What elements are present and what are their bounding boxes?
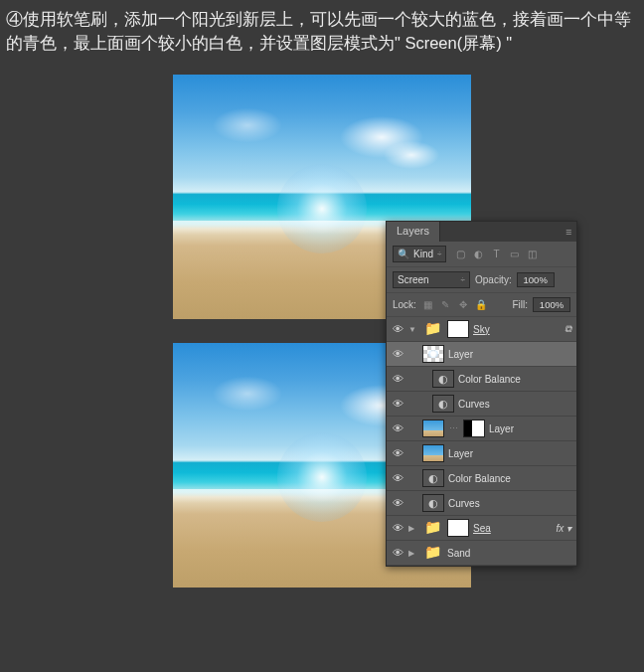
opacity-input[interactable]: 100% <box>517 272 555 287</box>
lock-row: Lock: ▦ ✎ ✥ 🔒 Fill: 100% <box>387 293 576 317</box>
visibility-eye-icon[interactable]: 👁 <box>391 422 404 434</box>
filter-adjust-icon[interactable]: ◐ <box>472 248 485 260</box>
fill-input[interactable]: 100% <box>533 297 570 312</box>
chevron-down-icon: ÷ <box>437 250 441 258</box>
layer-row[interactable]: 👁▼📁Sky⧉ <box>387 317 576 342</box>
search-icon: 🔍 <box>398 249 409 259</box>
filter-pixel-icon[interactable]: ▢ <box>454 248 467 260</box>
link-icon[interactable]: ⧉ <box>564 323 574 335</box>
layer-list: 👁▼📁Sky⧉👁Layer👁◐Color Balance👁◐Curves👁⋯La… <box>387 317 576 566</box>
layer-name-label[interactable]: Curves <box>448 498 480 509</box>
filter-type-icons: ▢ ◐ T ▭ ◫ <box>454 248 539 260</box>
filter-kind-label: Kind <box>413 249 433 259</box>
lock-position-icon[interactable]: ✥ <box>457 298 470 311</box>
disclosure-arrow-icon[interactable]: ▼ <box>408 325 417 334</box>
folder-icon: 📁 <box>421 519 443 537</box>
lock-icons: ▦ ✎ ✥ 🔒 <box>421 298 488 311</box>
mask-link-icon[interactable]: ⋯ <box>448 423 459 433</box>
layer-row[interactable]: 👁◐Color Balance <box>387 466 576 491</box>
layer-name-label[interactable]: Color Balance <box>448 473 511 484</box>
layer-row[interactable]: 👁Layer <box>387 441 576 466</box>
visibility-eye-icon[interactable]: 👁 <box>391 497 404 509</box>
fill-label: Fill: <box>512 299 528 310</box>
layers-panel: Layers ≡ 🔍 Kind ÷ ▢ ◐ T ▭ ◫ Screen ÷ Opa… <box>386 221 577 567</box>
disclosure-arrow-icon[interactable]: ▶ <box>408 524 417 533</box>
layer-name-label[interactable]: Layer <box>448 448 473 459</box>
layer-row[interactable]: 👁◐Curves <box>387 392 576 417</box>
layer-row[interactable]: 👁Layer <box>387 342 576 367</box>
chevron-down-icon: ÷ <box>461 275 465 284</box>
layer-thumbnail <box>422 444 444 462</box>
visibility-eye-icon[interactable]: 👁 <box>391 547 404 559</box>
visibility-eye-icon[interactable]: 👁 <box>391 323 404 335</box>
instruction-text: ④使用软笔刷，添加一个阳光到新层上，可以先画一个较大的蓝色，接着画一个中等的青色… <box>0 0 644 60</box>
layer-name-label[interactable]: Sky <box>473 324 490 335</box>
visibility-eye-icon[interactable]: 👁 <box>391 398 404 410</box>
adjustment-layer-icon: ◐ <box>432 370 454 388</box>
filter-type-icon[interactable]: T <box>490 248 503 260</box>
lock-transparency-icon[interactable]: ▦ <box>421 298 434 311</box>
layer-mask-thumbnail <box>447 519 469 537</box>
blend-mode-dropdown[interactable]: Screen ÷ <box>393 271 470 288</box>
visibility-eye-icon[interactable]: 👁 <box>391 447 404 459</box>
filter-row: 🔍 Kind ÷ ▢ ◐ T ▭ ◫ <box>387 242 576 267</box>
layer-name-label[interactable]: Sand <box>447 548 470 559</box>
filter-kind-dropdown[interactable]: 🔍 Kind ÷ <box>393 246 446 262</box>
visibility-eye-icon[interactable]: 👁 <box>391 348 404 360</box>
layer-row[interactable]: 👁◐Curves <box>387 491 576 516</box>
layer-name-label[interactable]: Layer <box>489 423 514 434</box>
fx-badge[interactable]: fx ▾ <box>556 523 574 534</box>
lock-all-icon[interactable]: 🔒 <box>475 298 488 311</box>
filter-smart-icon[interactable]: ◫ <box>526 248 539 260</box>
opacity-label: Opacity: <box>475 274 512 285</box>
folder-icon: 📁 <box>421 544 443 562</box>
blend-mode-value: Screen <box>398 274 429 285</box>
folder-icon: 📁 <box>421 320 443 338</box>
lock-label: Lock: <box>393 299 416 310</box>
disclosure-arrow-icon[interactable]: ▶ <box>408 549 417 558</box>
layer-thumbnail <box>422 345 444 363</box>
visibility-eye-icon[interactable]: 👁 <box>391 472 404 484</box>
layer-name-label[interactable]: Curves <box>458 399 490 410</box>
layer-name-label[interactable]: Sea <box>473 523 491 534</box>
layer-mask-thumbnail <box>463 420 485 437</box>
layer-row[interactable]: 👁▶📁Sand <box>387 541 576 566</box>
layer-thumbnail <box>422 420 444 437</box>
sun-glow <box>277 164 367 253</box>
visibility-eye-icon[interactable]: 👁 <box>391 522 404 534</box>
panel-menu-icon[interactable]: ≡ <box>561 222 576 242</box>
layer-row[interactable]: 👁▶📁Seafx ▾ <box>387 516 576 541</box>
adjustment-layer-icon: ◐ <box>422 469 444 487</box>
adjustment-layer-icon: ◐ <box>422 494 444 512</box>
layer-name-label[interactable]: Color Balance <box>458 374 521 385</box>
adjustment-layer-icon: ◐ <box>432 395 454 413</box>
layers-tab[interactable]: Layers <box>387 222 440 242</box>
layer-name-label[interactable]: Layer <box>448 349 473 360</box>
layer-row[interactable]: 👁⋯Layer <box>387 417 576 441</box>
panel-tab-bar: Layers ≡ <box>387 222 576 242</box>
visibility-eye-icon[interactable]: 👁 <box>391 373 404 385</box>
sun-glow <box>277 432 367 522</box>
lock-pixels-icon[interactable]: ✎ <box>439 298 452 311</box>
layer-mask-thumbnail <box>447 320 469 338</box>
blend-row: Screen ÷ Opacity: 100% <box>387 267 576 293</box>
layer-row[interactable]: 👁◐Color Balance <box>387 367 576 392</box>
filter-shape-icon[interactable]: ▭ <box>508 248 521 260</box>
